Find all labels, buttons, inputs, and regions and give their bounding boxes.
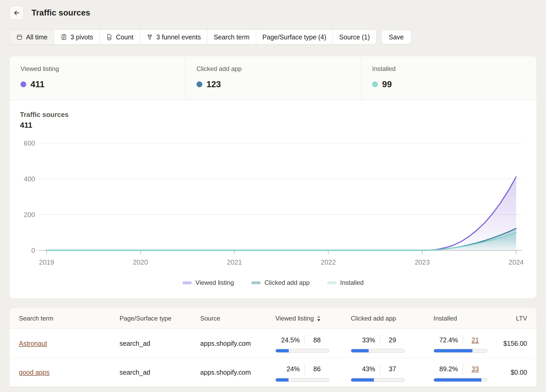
installed-pct: 72.4% — [434, 336, 463, 344]
svg-text:2022: 2022 — [321, 259, 336, 266]
column-header-page-type[interactable]: Page/Surface type — [120, 315, 200, 322]
viewed-listing-cell: 24% 86 — [275, 363, 329, 382]
metrics-row: Viewed listing 411 Clicked add app 123 I… — [9, 56, 537, 100]
page-type-cell: search_ad — [120, 340, 200, 347]
svg-text:2020: 2020 — [133, 259, 148, 266]
filter-label: 3 funnel events — [156, 33, 201, 41]
filter-button-group: All time 3 pivots Count — [9, 29, 377, 45]
filter-label: 3 pivots — [70, 33, 93, 41]
legend-label: Installed — [340, 279, 364, 286]
svg-text:2023: 2023 — [415, 259, 430, 266]
progress-bar — [434, 349, 487, 353]
clicked-pct: 33% — [351, 336, 380, 344]
legend-item-viewed[interactable]: Viewed listing — [182, 279, 234, 286]
traffic-sources-page: Traffic sources All time 3 pivots — [0, 0, 546, 387]
filter-pivots[interactable]: 3 pivots — [54, 30, 99, 44]
viewed-listing-cell: 24.5% 88 — [275, 334, 329, 353]
filter-source[interactable]: Source (1) — [333, 30, 376, 44]
progress-bar — [434, 378, 487, 382]
column-header-viewed-listing[interactable]: Viewed listing — [275, 315, 351, 322]
installed-count-link[interactable]: 33 — [472, 365, 479, 373]
filter-label: All time — [26, 33, 48, 41]
document-chart-icon — [106, 34, 113, 40]
legend-swatch-viewed — [182, 281, 192, 284]
filter-search-term[interactable]: Search term — [207, 30, 256, 44]
ltv-cell: $156.00 — [487, 340, 527, 347]
ltv-cell: $0.00 — [487, 369, 527, 376]
funnel-icon — [146, 34, 153, 40]
page-header: Traffic sources — [9, 0, 537, 20]
viewed-count: 86 — [305, 365, 329, 373]
svg-text:400: 400 — [24, 175, 35, 183]
column-header-ltv[interactable]: LTV — [487, 315, 527, 322]
filter-funnel-events[interactable]: 3 funnel events — [140, 30, 207, 44]
table-row: good apps search_ad apps.shopify.com 24%… — [9, 358, 537, 387]
source-cell: apps.shopify.com — [200, 340, 275, 347]
progress-bar — [275, 378, 329, 382]
filter-label: Search term — [214, 33, 249, 41]
column-header-installed[interactable]: Installed — [434, 315, 487, 322]
table-header-row: Search term Page/Surface type Source Vie… — [9, 308, 537, 329]
filter-all-time[interactable]: All time — [10, 30, 54, 44]
metric-value: 123 — [207, 79, 221, 89]
svg-text:600: 600 — [24, 140, 35, 147]
legend-swatch-clicked — [251, 281, 261, 284]
installed-pct: 89.2% — [434, 365, 463, 373]
source-cell: apps.shopify.com — [200, 369, 275, 376]
svg-text:0: 0 — [31, 247, 35, 254]
back-button[interactable] — [9, 6, 24, 20]
metric-value: 99 — [382, 79, 392, 89]
clicked-count: 37 — [380, 365, 405, 373]
sort-icon — [316, 315, 321, 322]
traffic-sources-area-chart: 0200400600201920202021202220232024 — [20, 133, 526, 275]
legend-item-installed[interactable]: Installed — [327, 279, 364, 286]
filter-label: Count — [116, 33, 133, 41]
metric-value: 411 — [30, 79, 44, 89]
installed-cell: 89.2% 33 — [434, 363, 487, 382]
viewed-count: 88 — [305, 336, 329, 344]
legend-swatch-installed — [327, 281, 337, 284]
metric-dot-viewed — [20, 81, 26, 87]
progress-bar — [351, 349, 405, 353]
metric-label: Viewed listing — [20, 65, 174, 73]
metric-installed[interactable]: Installed 99 — [361, 56, 537, 100]
analytics-card: Viewed listing 411 Clicked add app 123 I… — [9, 56, 537, 298]
results-table: Search term Page/Surface type Source Vie… — [9, 308, 537, 387]
chart-legend: Viewed listing Clicked add app Installed — [20, 279, 526, 291]
page-type-cell: search_ad — [120, 369, 200, 376]
svg-text:2019: 2019 — [39, 259, 54, 266]
filter-count[interactable]: Count — [99, 30, 140, 44]
table-row: Astronaut search_ad apps.shopify.com 24.… — [9, 329, 537, 358]
svg-text:200: 200 — [24, 211, 35, 218]
column-header-search-term[interactable]: Search term — [19, 315, 120, 322]
filter-page-surface-type[interactable]: Page/Surface type (4) — [256, 30, 333, 44]
legend-label: Viewed listing — [195, 279, 234, 286]
metric-viewed-listing[interactable]: Viewed listing 411 — [9, 56, 185, 100]
metric-dot-installed — [372, 81, 378, 87]
arrow-left-icon — [13, 9, 20, 17]
column-header-clicked-add-app[interactable]: Clicked add app — [351, 315, 434, 322]
filter-toolbar: All time 3 pivots Count — [9, 29, 537, 45]
viewed-pct: 24.5% — [275, 336, 305, 344]
search-term-link[interactable]: Astronaut — [19, 340, 47, 347]
svg-text:2021: 2021 — [227, 259, 242, 266]
svg-text:2024: 2024 — [509, 259, 524, 266]
clipboard-icon — [60, 34, 67, 40]
installed-count-link[interactable]: 21 — [472, 336, 479, 344]
calendar-icon — [16, 34, 23, 40]
column-header-source[interactable]: Source — [200, 315, 275, 322]
chart-title: Traffic sources — [20, 111, 526, 119]
chart-section: Traffic sources 411 02004006002019202020… — [9, 100, 537, 298]
clicked-add-app-cell: 43% 37 — [351, 363, 405, 382]
search-term-link[interactable]: good apps — [19, 369, 50, 376]
installed-cell: 72.4% 21 — [434, 334, 487, 353]
metric-clicked-add-app[interactable]: Clicked add app 123 — [185, 56, 361, 100]
clicked-pct: 43% — [351, 365, 380, 373]
page-title: Traffic sources — [32, 8, 90, 18]
legend-label: Clicked add app — [264, 279, 310, 286]
filter-label: Page/Surface type (4) — [262, 33, 326, 41]
viewed-pct: 24% — [275, 365, 305, 373]
legend-item-clicked[interactable]: Clicked add app — [251, 279, 310, 286]
metric-dot-clicked — [197, 81, 202, 87]
save-button[interactable]: Save — [381, 30, 411, 44]
